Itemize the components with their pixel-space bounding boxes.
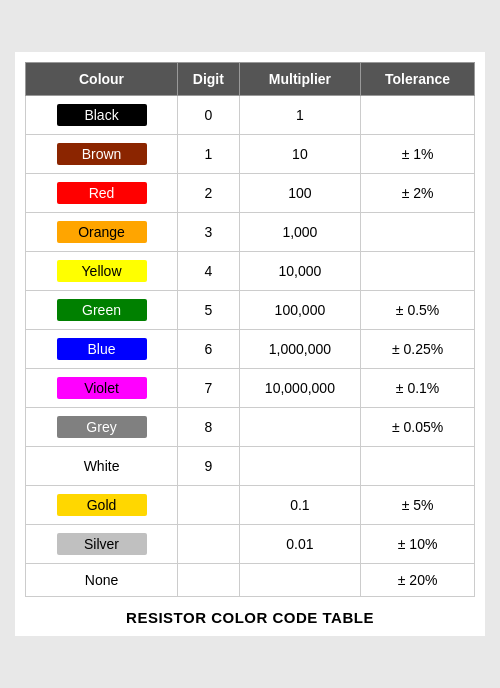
- colour-cell: Red: [26, 174, 178, 213]
- colour-swatch: Yellow: [57, 260, 147, 282]
- multiplier-cell: [239, 408, 360, 447]
- colour-cell: None: [26, 564, 178, 597]
- table-footer-title: RESISTOR COLOR CODE TABLE: [25, 609, 475, 626]
- tolerance-cell: ± 20%: [361, 564, 475, 597]
- table-row: Gold0.1± 5%: [26, 486, 475, 525]
- table-row: Black01: [26, 96, 475, 135]
- multiplier-cell: [239, 564, 360, 597]
- header-colour: Colour: [26, 63, 178, 96]
- table-row: Blue61,000,000± 0.25%: [26, 330, 475, 369]
- tolerance-cell: ± 10%: [361, 525, 475, 564]
- digit-cell: 3: [178, 213, 240, 252]
- colour-cell: White: [26, 447, 178, 486]
- colour-swatch: Orange: [57, 221, 147, 243]
- table-row: Yellow410,000: [26, 252, 475, 291]
- main-container: Colour Digit Multiplier Tolerance Black0…: [15, 52, 485, 636]
- digit-cell: 5: [178, 291, 240, 330]
- multiplier-cell: 100: [239, 174, 360, 213]
- header-multiplier: Multiplier: [239, 63, 360, 96]
- colour-cell: Black: [26, 96, 178, 135]
- multiplier-cell: 10: [239, 135, 360, 174]
- tolerance-cell: ± 2%: [361, 174, 475, 213]
- colour-swatch: Gold: [57, 494, 147, 516]
- digit-cell: 6: [178, 330, 240, 369]
- multiplier-cell: 10,000,000: [239, 369, 360, 408]
- colour-swatch: Brown: [57, 143, 147, 165]
- color-code-table: Colour Digit Multiplier Tolerance Black0…: [25, 62, 475, 597]
- multiplier-cell: 10,000: [239, 252, 360, 291]
- table-row: Silver0.01± 10%: [26, 525, 475, 564]
- table-row: Brown110± 1%: [26, 135, 475, 174]
- digit-cell: 1: [178, 135, 240, 174]
- colour-cell: Orange: [26, 213, 178, 252]
- header-digit: Digit: [178, 63, 240, 96]
- colour-swatch: Red: [57, 182, 147, 204]
- multiplier-cell: 1,000,000: [239, 330, 360, 369]
- colour-cell: Blue: [26, 330, 178, 369]
- tolerance-cell: ± 5%: [361, 486, 475, 525]
- colour-cell: Gold: [26, 486, 178, 525]
- tolerance-cell: [361, 96, 475, 135]
- table-row: Green5100,000± 0.5%: [26, 291, 475, 330]
- multiplier-cell: [239, 447, 360, 486]
- colour-swatch: Silver: [57, 533, 147, 555]
- colour-cell: Green: [26, 291, 178, 330]
- digit-cell: [178, 525, 240, 564]
- tolerance-cell: ± 1%: [361, 135, 475, 174]
- multiplier-cell: 0.01: [239, 525, 360, 564]
- table-row: Grey8± 0.05%: [26, 408, 475, 447]
- table-row: None± 20%: [26, 564, 475, 597]
- colour-cell: Grey: [26, 408, 178, 447]
- multiplier-cell: 0.1: [239, 486, 360, 525]
- digit-cell: 9: [178, 447, 240, 486]
- tolerance-cell: ± 0.5%: [361, 291, 475, 330]
- digit-cell: 8: [178, 408, 240, 447]
- digit-cell: [178, 486, 240, 525]
- colour-cell: Brown: [26, 135, 178, 174]
- digit-cell: 7: [178, 369, 240, 408]
- digit-cell: 4: [178, 252, 240, 291]
- colour-swatch: Blue: [57, 338, 147, 360]
- tolerance-cell: ± 0.1%: [361, 369, 475, 408]
- colour-swatch: Grey: [57, 416, 147, 438]
- tolerance-cell: [361, 213, 475, 252]
- colour-swatch: Green: [57, 299, 147, 321]
- colour-swatch: White: [57, 455, 147, 477]
- table-row: Red2100± 2%: [26, 174, 475, 213]
- table-row: Violet710,000,000± 0.1%: [26, 369, 475, 408]
- tolerance-cell: [361, 252, 475, 291]
- colour-cell: Violet: [26, 369, 178, 408]
- multiplier-cell: 1: [239, 96, 360, 135]
- digit-cell: 0: [178, 96, 240, 135]
- digit-cell: 2: [178, 174, 240, 213]
- tolerance-cell: [361, 447, 475, 486]
- colour-swatch: Violet: [57, 377, 147, 399]
- colour-cell: Silver: [26, 525, 178, 564]
- tolerance-cell: ± 0.25%: [361, 330, 475, 369]
- multiplier-cell: 1,000: [239, 213, 360, 252]
- digit-cell: [178, 564, 240, 597]
- tolerance-cell: ± 0.05%: [361, 408, 475, 447]
- table-row: Orange31,000: [26, 213, 475, 252]
- colour-cell: Yellow: [26, 252, 178, 291]
- colour-swatch: Black: [57, 104, 147, 126]
- header-tolerance: Tolerance: [361, 63, 475, 96]
- table-row: White9: [26, 447, 475, 486]
- multiplier-cell: 100,000: [239, 291, 360, 330]
